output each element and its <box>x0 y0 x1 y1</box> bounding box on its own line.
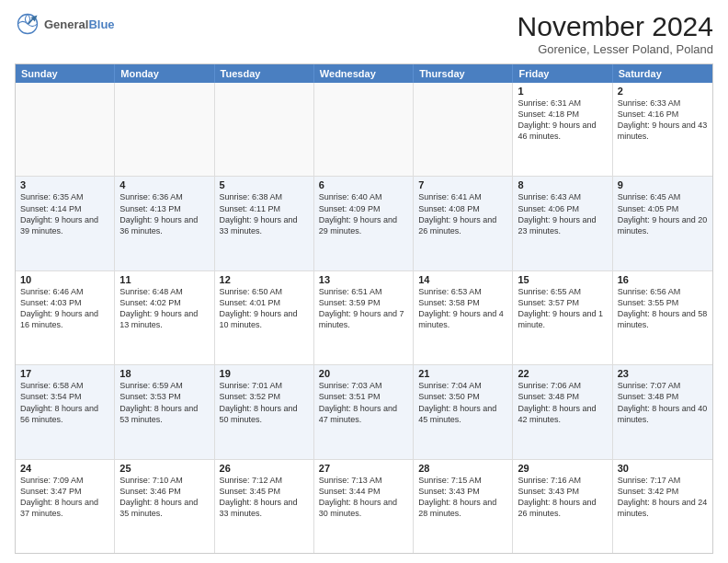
day-number: 27 <box>319 463 408 474</box>
calendar-cell: 18Sunrise: 6:59 AM Sunset: 3:53 PM Dayli… <box>115 365 214 458</box>
calendar-cell: 26Sunrise: 7:12 AM Sunset: 3:45 PM Dayli… <box>215 460 314 553</box>
day-info: Sunrise: 6:48 AM Sunset: 4:02 PM Dayligh… <box>119 286 209 331</box>
day-number: 30 <box>618 463 708 474</box>
header-thursday: Thursday <box>414 64 513 83</box>
header-tuesday: Tuesday <box>215 64 314 83</box>
header-sunday: Sunday <box>16 64 115 83</box>
day-number: 23 <box>618 368 708 379</box>
day-number: 26 <box>220 463 309 474</box>
calendar-row-3: 10Sunrise: 6:46 AM Sunset: 4:03 PM Dayli… <box>16 270 712 364</box>
day-number: 3 <box>20 179 109 190</box>
calendar-cell: 19Sunrise: 7:01 AM Sunset: 3:52 PM Dayli… <box>215 365 314 458</box>
day-info: Sunrise: 6:43 AM Sunset: 4:06 PM Dayligh… <box>518 191 607 236</box>
day-number: 16 <box>618 274 708 285</box>
day-info: Sunrise: 6:31 AM Sunset: 4:18 PM Dayligh… <box>518 98 607 143</box>
calendar-cell: 5Sunrise: 6:38 AM Sunset: 4:11 PM Daylig… <box>215 177 314 270</box>
calendar-cell: 12Sunrise: 6:50 AM Sunset: 4:01 PM Dayli… <box>215 271 314 364</box>
day-info: Sunrise: 6:33 AM Sunset: 4:16 PM Dayligh… <box>618 98 708 143</box>
day-number: 7 <box>418 179 507 190</box>
header-saturday: Saturday <box>613 64 712 83</box>
day-number: 8 <box>518 179 607 190</box>
day-info: Sunrise: 6:53 AM Sunset: 3:58 PM Dayligh… <box>418 286 507 331</box>
header-wednesday: Wednesday <box>314 64 414 83</box>
day-number: 19 <box>220 368 309 379</box>
calendar-cell: 7Sunrise: 6:41 AM Sunset: 4:08 PM Daylig… <box>414 177 513 270</box>
calendar-row-5: 24Sunrise: 7:09 AM Sunset: 3:47 PM Dayli… <box>16 459 712 553</box>
calendar-cell <box>215 83 314 176</box>
calendar-cell: 17Sunrise: 6:58 AM Sunset: 3:54 PM Dayli… <box>16 365 115 458</box>
month-title: November 2024 <box>518 11 713 42</box>
calendar-cell: 4Sunrise: 6:36 AM Sunset: 4:13 PM Daylig… <box>115 177 214 270</box>
day-number: 20 <box>319 368 408 379</box>
calendar-cell <box>115 83 214 176</box>
day-info: Sunrise: 6:56 AM Sunset: 3:55 PM Dayligh… <box>618 286 708 331</box>
day-number: 25 <box>119 463 209 474</box>
calendar-header: Sunday Monday Tuesday Wednesday Thursday… <box>16 64 712 83</box>
calendar-cell <box>414 83 513 176</box>
calendar: Sunday Monday Tuesday Wednesday Thursday… <box>15 63 713 554</box>
day-info: Sunrise: 6:35 AM Sunset: 4:14 PM Dayligh… <box>20 191 109 236</box>
logo-icon <box>15 11 40 37</box>
day-number: 1 <box>518 86 607 97</box>
calendar-cell <box>16 83 115 176</box>
calendar-cell: 28Sunrise: 7:15 AM Sunset: 3:43 PM Dayli… <box>414 460 513 553</box>
day-number: 9 <box>618 179 708 190</box>
day-number: 15 <box>518 274 607 285</box>
calendar-row-4: 17Sunrise: 6:58 AM Sunset: 3:54 PM Dayli… <box>16 364 712 458</box>
day-info: Sunrise: 7:01 AM Sunset: 3:52 PM Dayligh… <box>220 380 309 425</box>
day-number: 21 <box>418 368 507 379</box>
calendar-row-2: 3Sunrise: 6:35 AM Sunset: 4:14 PM Daylig… <box>16 176 712 270</box>
day-number: 18 <box>119 368 209 379</box>
calendar-cell: 1Sunrise: 6:31 AM Sunset: 4:18 PM Daylig… <box>513 83 612 176</box>
calendar-cell: 11Sunrise: 6:48 AM Sunset: 4:02 PM Dayli… <box>115 271 214 364</box>
calendar-cell: 14Sunrise: 6:53 AM Sunset: 3:58 PM Dayli… <box>414 271 513 364</box>
day-info: Sunrise: 7:07 AM Sunset: 3:48 PM Dayligh… <box>618 380 708 425</box>
day-info: Sunrise: 6:45 AM Sunset: 4:05 PM Dayligh… <box>618 191 708 236</box>
day-number: 17 <box>20 368 109 379</box>
day-number: 4 <box>119 179 209 190</box>
day-number: 12 <box>220 274 309 285</box>
calendar-body: 1Sunrise: 6:31 AM Sunset: 4:18 PM Daylig… <box>16 83 712 553</box>
day-info: Sunrise: 6:38 AM Sunset: 4:11 PM Dayligh… <box>220 191 309 236</box>
day-info: Sunrise: 7:13 AM Sunset: 3:44 PM Dayligh… <box>319 475 408 520</box>
calendar-cell: 16Sunrise: 6:56 AM Sunset: 3:55 PM Dayli… <box>613 271 712 364</box>
calendar-cell <box>314 83 414 176</box>
page: GeneralBlue November 2024 Gorenice, Less… <box>0 0 728 563</box>
calendar-cell: 15Sunrise: 6:55 AM Sunset: 3:57 PM Dayli… <box>513 271 612 364</box>
header: GeneralBlue November 2024 Gorenice, Less… <box>15 11 713 56</box>
day-number: 11 <box>119 274 209 285</box>
day-info: Sunrise: 7:16 AM Sunset: 3:43 PM Dayligh… <box>518 475 607 520</box>
calendar-cell: 6Sunrise: 6:40 AM Sunset: 4:09 PM Daylig… <box>314 177 414 270</box>
day-info: Sunrise: 6:55 AM Sunset: 3:57 PM Dayligh… <box>518 286 607 331</box>
calendar-cell: 20Sunrise: 7:03 AM Sunset: 3:51 PM Dayli… <box>314 365 414 458</box>
day-info: Sunrise: 7:09 AM Sunset: 3:47 PM Dayligh… <box>20 475 109 520</box>
calendar-cell: 9Sunrise: 6:45 AM Sunset: 4:05 PM Daylig… <box>613 177 712 270</box>
day-info: Sunrise: 7:12 AM Sunset: 3:45 PM Dayligh… <box>220 475 309 520</box>
day-number: 24 <box>20 463 109 474</box>
day-info: Sunrise: 7:03 AM Sunset: 3:51 PM Dayligh… <box>319 380 408 425</box>
logo: GeneralBlue <box>15 11 115 37</box>
day-number: 2 <box>618 86 708 97</box>
calendar-cell: 25Sunrise: 7:10 AM Sunset: 3:46 PM Dayli… <box>115 460 214 553</box>
day-number: 13 <box>319 274 408 285</box>
day-info: Sunrise: 6:59 AM Sunset: 3:53 PM Dayligh… <box>119 380 209 425</box>
day-info: Sunrise: 7:06 AM Sunset: 3:48 PM Dayligh… <box>518 380 607 425</box>
calendar-cell: 27Sunrise: 7:13 AM Sunset: 3:44 PM Dayli… <box>314 460 414 553</box>
day-number: 22 <box>518 368 607 379</box>
day-number: 14 <box>418 274 507 285</box>
day-info: Sunrise: 6:58 AM Sunset: 3:54 PM Dayligh… <box>20 380 109 425</box>
day-number: 28 <box>418 463 507 474</box>
day-number: 5 <box>220 179 309 190</box>
day-number: 29 <box>518 463 607 474</box>
day-info: Sunrise: 7:10 AM Sunset: 3:46 PM Dayligh… <box>119 475 209 520</box>
calendar-cell: 22Sunrise: 7:06 AM Sunset: 3:48 PM Dayli… <box>513 365 612 458</box>
logo-text: GeneralBlue <box>44 17 115 31</box>
calendar-cell: 29Sunrise: 7:16 AM Sunset: 3:43 PM Dayli… <box>513 460 612 553</box>
day-info: Sunrise: 6:41 AM Sunset: 4:08 PM Dayligh… <box>418 191 507 236</box>
day-info: Sunrise: 6:46 AM Sunset: 4:03 PM Dayligh… <box>20 286 109 331</box>
calendar-row-1: 1Sunrise: 6:31 AM Sunset: 4:18 PM Daylig… <box>16 83 712 176</box>
day-number: 6 <box>319 179 408 190</box>
calendar-cell: 13Sunrise: 6:51 AM Sunset: 3:59 PM Dayli… <box>314 271 414 364</box>
day-info: Sunrise: 6:40 AM Sunset: 4:09 PM Dayligh… <box>319 191 408 236</box>
calendar-cell: 24Sunrise: 7:09 AM Sunset: 3:47 PM Dayli… <box>16 460 115 553</box>
